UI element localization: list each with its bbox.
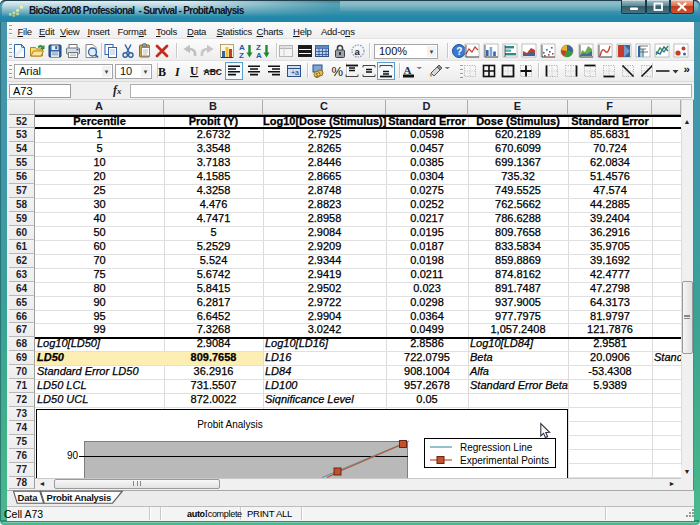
svg-text:?: ? (456, 46, 462, 57)
svg-text:U: U (190, 65, 199, 77)
svg-text:B: B (158, 65, 166, 79)
svg-text:+a: +a (291, 69, 299, 76)
svg-text:I: I (174, 65, 181, 79)
svg-text:A: A (404, 64, 412, 76)
svg-text:A: A (256, 51, 262, 60)
svg-text:a: a (355, 46, 361, 57)
svg-text:Z: Z (239, 51, 244, 60)
svg-text:%: % (332, 64, 344, 79)
svg-text:$: $ (316, 72, 319, 78)
